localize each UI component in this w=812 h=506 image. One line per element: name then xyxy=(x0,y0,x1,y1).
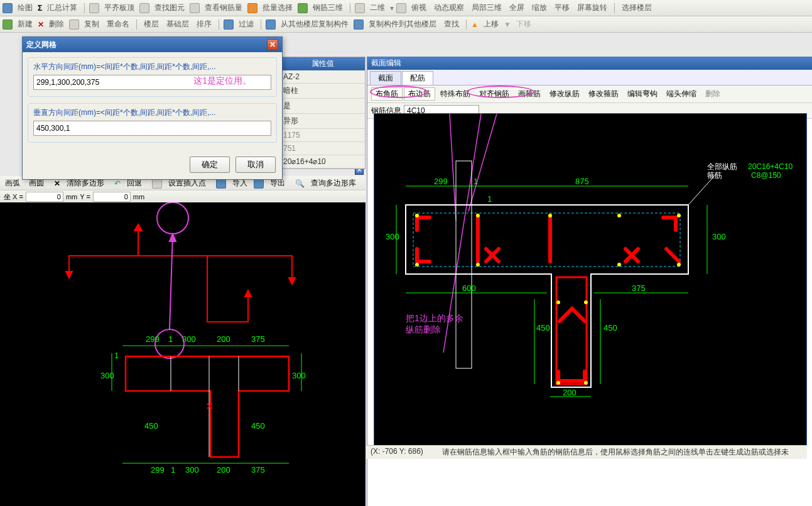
cross-mark: ✕ xyxy=(205,401,214,412)
tb-delete[interactable]: 删除 xyxy=(46,18,67,31)
right-drawing-canvas[interactable]: 299 1 875 1 300 300 600 375 450 450 200 xyxy=(374,113,807,446)
dim-top-375: 375 xyxy=(251,334,265,344)
svg-point-28 xyxy=(677,214,681,217)
tb-zoom[interactable]: 缩放 xyxy=(529,1,549,14)
dim-b-300: 300 xyxy=(185,465,199,475)
ok-button[interactable]: 确定 xyxy=(190,157,230,173)
svg-point-34 xyxy=(584,300,588,304)
tb-rename[interactable]: 重命名 xyxy=(104,18,132,31)
prop-row[interactable]: 是 xyxy=(280,99,365,114)
tb-calc[interactable]: 汇总计算 xyxy=(45,1,80,14)
dim-b-1: 1 xyxy=(171,465,175,475)
svg-point-33 xyxy=(556,300,560,304)
legend-title: 全部纵筋 xyxy=(707,162,737,171)
rd-m1: 1 xyxy=(487,194,492,204)
left-svg: 299 1 300 200 375 300 300 1 450 450 299 … xyxy=(0,202,365,506)
svg-rect-22 xyxy=(413,213,680,267)
tb-select-floor[interactable]: 选择楼层 xyxy=(619,1,654,14)
mod-long-btn[interactable]: 修改纵筋 xyxy=(546,88,583,100)
dim-top-300: 300 xyxy=(182,334,196,344)
svg-point-35 xyxy=(556,381,560,385)
corner-rebar-btn[interactable]: 布角筋 xyxy=(371,87,403,101)
tb-local3d[interactable]: 局部三维 xyxy=(469,1,504,14)
tb-base[interactable]: 基础层 xyxy=(164,18,192,31)
status-bar: (X: -706 Y: 686) 请在钢筋信息输入框中输入角筋的钢筋信息后，使用… xyxy=(367,445,807,459)
align-rebar-btn[interactable]: 对齐钢筋 xyxy=(475,88,513,100)
main-toolbar-1: 绘图 Σ 汇总计算 平齐板顶 查找图元 查看钢筋量 批量选择 钢筋三维 二维 ▾… xyxy=(0,0,812,16)
prop-row[interactable]: 暗柱 xyxy=(280,84,365,99)
svg-marker-1 xyxy=(289,278,295,284)
tb-full[interactable]: 全屏 xyxy=(507,1,527,14)
draw-icon xyxy=(3,3,13,13)
tb-batch[interactable]: 批量选择 xyxy=(260,1,295,14)
left-drawing-canvas[interactable]: 299 1 300 200 375 300 300 1 450 450 299 … xyxy=(0,202,365,506)
coord-y-input[interactable] xyxy=(93,192,131,202)
query-lib-btn[interactable]: 查询多边形库 xyxy=(308,177,359,189)
dialog-titlebar[interactable]: 定义网格 ✕ xyxy=(23,37,282,52)
prop-header: 属性值 xyxy=(280,57,365,70)
edit-hook-btn[interactable]: 编辑弯钩 xyxy=(624,88,661,100)
prop-row[interactable]: 751 xyxy=(280,142,365,155)
tb-new[interactable]: 新建 xyxy=(15,18,35,31)
tb-copyfrom[interactable]: 从其他楼层复制构件 xyxy=(278,18,351,31)
draw-stirrup-btn[interactable]: 画箍筋 xyxy=(514,88,544,100)
dim-b-299: 299 xyxy=(151,465,165,475)
tb-draw[interactable]: 绘图 xyxy=(15,1,35,14)
svg-point-27 xyxy=(617,214,621,217)
edge-rebar-btn[interactable]: 布边筋 xyxy=(404,87,435,101)
tb-pan[interactable]: 平移 xyxy=(552,1,572,14)
svg-point-36 xyxy=(584,381,588,385)
tb-2d[interactable]: 二维 xyxy=(367,1,387,14)
filter-icon xyxy=(224,19,234,30)
close-icon[interactable]: ✕ xyxy=(267,39,278,50)
cancel-button[interactable]: 取消 xyxy=(235,157,276,173)
v-spacing-input[interactable] xyxy=(33,121,271,136)
end-ext-btn[interactable]: 端头伸缩 xyxy=(663,88,700,100)
tab-rebar[interactable]: 配筋 xyxy=(402,71,433,85)
tb-search[interactable]: 查找 xyxy=(441,18,462,31)
tb-3d[interactable]: 钢筋三维 xyxy=(310,1,345,14)
tb-rotate[interactable]: 屏幕旋转 xyxy=(575,1,610,14)
coord-x-input[interactable] xyxy=(26,192,63,202)
special-rebar-btn[interactable]: 特殊布筋 xyxy=(436,88,474,100)
tb-down[interactable]: 下移 xyxy=(514,18,534,31)
tab-section[interactable]: 截面 xyxy=(370,71,401,85)
mod-stirrup-btn[interactable]: 修改箍筋 xyxy=(585,88,622,100)
prop-row[interactable]: AZ-2 xyxy=(280,70,365,84)
delete-rebar-btn[interactable]: 删除 xyxy=(701,88,724,100)
svg-marker-6 xyxy=(170,234,176,241)
tb-orbit[interactable]: 动态观察 xyxy=(431,1,467,14)
tb-view-rebar[interactable]: 查看钢筋量 xyxy=(202,1,245,14)
tb-copyto[interactable]: 复制构件到其他楼层 xyxy=(366,18,439,31)
dim-top-299: 299 xyxy=(146,334,160,344)
tb-topview[interactable]: 俯视 xyxy=(409,1,429,14)
tb-floor[interactable]: 楼层 xyxy=(141,18,161,31)
copy-to-icon xyxy=(354,19,364,30)
tb-up[interactable]: 上移 xyxy=(481,18,501,31)
tb-filter[interactable]: 过滤 xyxy=(236,18,256,31)
sec-title: 截面编辑 xyxy=(367,57,812,70)
rd-200: 200 xyxy=(563,388,577,397)
svg-marker-3 xyxy=(134,224,142,231)
dim-tick: 1 xyxy=(114,351,119,360)
arc-btn[interactable]: 画弧 xyxy=(3,177,23,189)
2d-icon xyxy=(355,3,365,13)
prop-row[interactable]: 1175 xyxy=(280,129,365,142)
tb-copy[interactable]: 复制 xyxy=(82,18,102,31)
find-icon xyxy=(139,3,149,13)
svg-rect-37 xyxy=(456,161,472,368)
prop-row[interactable]: 20⌀16+4⌀10 xyxy=(280,155,365,168)
tb-find[interactable]: 查找图元 xyxy=(152,1,187,14)
legend-stirrup: 箍筋 xyxy=(707,171,722,180)
svg-point-32 xyxy=(677,263,681,267)
rd-l300: 300 xyxy=(386,232,399,241)
prop-row[interactable]: 异形 xyxy=(280,114,365,129)
coord-y-label: Y = xyxy=(80,193,90,201)
svg-marker-2 xyxy=(245,290,251,297)
svg-point-31 xyxy=(617,263,621,267)
tb-sort[interactable]: 排序 xyxy=(194,18,214,31)
view-icon xyxy=(190,3,200,13)
tb-align-top[interactable]: 平齐板顶 xyxy=(102,1,137,14)
tabstrip: 截面 配筋 xyxy=(367,70,812,85)
svg-marker-0 xyxy=(66,272,72,278)
